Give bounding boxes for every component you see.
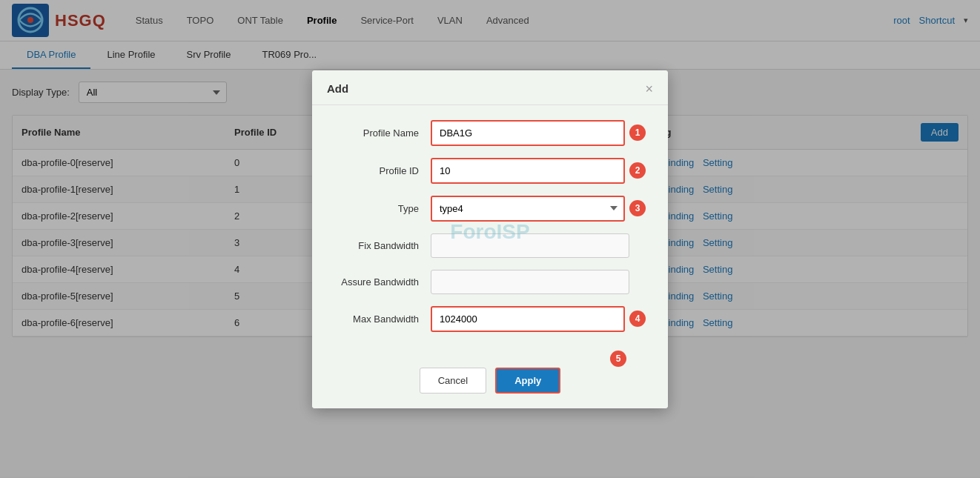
type-select[interactable]: type4 type1 type2 type3 (431, 196, 625, 222)
form-row-fix-bw: Fix Bandwidth (334, 233, 646, 258)
profile-name-input[interactable] (431, 120, 625, 146)
apply-button[interactable]: Apply (495, 368, 560, 394)
step-badge-2: 2 (629, 162, 646, 179)
form-row-max-bw: Max Bandwidth 4 (334, 306, 646, 332)
max-bw-label: Max Bandwidth (334, 313, 431, 325)
step-badge-4: 4 (629, 311, 646, 327)
cancel-button[interactable]: Cancel (420, 368, 486, 394)
profile-name-label: Profile Name (334, 127, 431, 139)
modal-footer: 5 Cancel Apply (312, 359, 668, 408)
type-label: Type (334, 203, 431, 214)
form-row-assure-bw: Assure Bandwidth (334, 270, 646, 294)
modal-header: Add × (312, 70, 668, 105)
modal-close-button[interactable]: × (645, 82, 653, 96)
main-content: Display Type: All Profile Name Profile I… (0, 70, 980, 477)
profile-id-input[interactable] (431, 158, 625, 184)
modal-body: Profile Name 1 Profile ID 2 Type type4 t… (312, 105, 668, 359)
form-row-type: Type type4 type1 type2 type3 3 (334, 196, 646, 222)
assure-bw-input[interactable] (431, 270, 629, 294)
modal: Add × Profile Name 1 Profile ID 2 (312, 70, 668, 408)
fix-bw-label: Fix Bandwidth (334, 240, 431, 251)
form-row-profile-id: Profile ID 2 (334, 158, 646, 184)
fix-bw-input[interactable] (431, 233, 629, 258)
step-badge-1: 1 (629, 125, 646, 141)
step-badge-3: 3 (629, 200, 646, 216)
step-badge-5: 5 (610, 351, 626, 367)
form-row-profile-name: Profile Name 1 (334, 120, 646, 146)
profile-id-label: Profile ID (334, 165, 431, 176)
assure-bw-label: Assure Bandwidth (334, 276, 431, 288)
modal-title: Add (327, 82, 348, 95)
modal-overlay: Add × Profile Name 1 Profile ID 2 (0, 0, 980, 477)
max-bw-input[interactable] (431, 306, 625, 332)
